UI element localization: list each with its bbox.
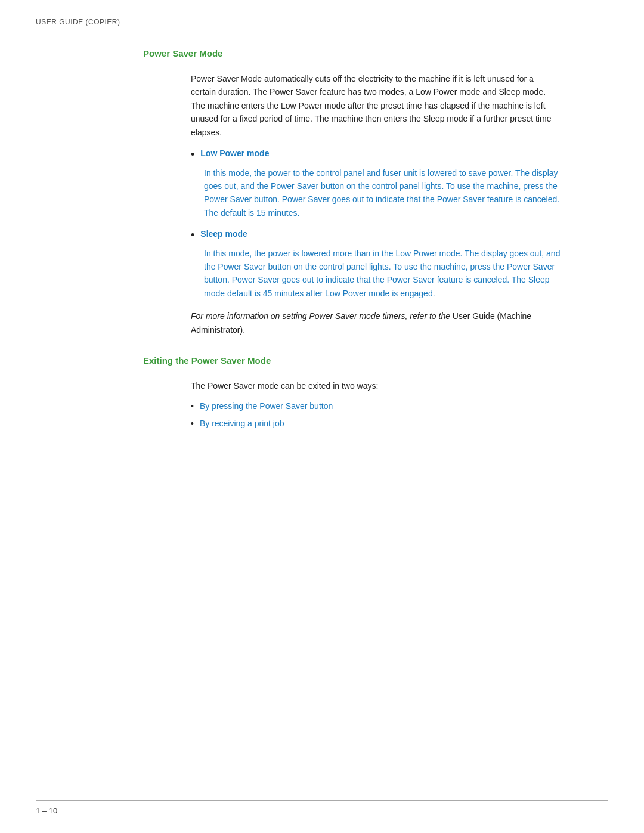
exit-bullet-text-2: By receiving a print job (200, 417, 284, 430)
italic-note: For more information on setting Power Sa… (191, 309, 561, 336)
exit-intro: The Power Saver mode can be exited in tw… (191, 379, 561, 392)
bullet-heading-low-power: • Low Power mode (191, 148, 561, 162)
section-title-exit: Exiting the Power Saver Mode (143, 355, 572, 368)
bullet-content-sleep: In this mode, the power is lowered more … (204, 247, 561, 301)
power-saver-intro: Power Saver Mode automatically cuts off … (191, 72, 561, 139)
bullet-label-sleep: Sleep mode (200, 229, 247, 239)
exit-bullet-dot-2: • (191, 417, 194, 430)
page-footer: 1 – 10 (36, 800, 608, 815)
section-exit-power-saver: Exiting the Power Saver Mode The Power S… (36, 355, 608, 430)
bullet-label-low-power: Low Power mode (200, 148, 269, 158)
italic-note-italic: For more information on setting Power Sa… (191, 311, 450, 321)
section-body-power-saver: Power Saver Mode automatically cuts off … (191, 72, 561, 336)
section-body-exit: The Power Saver mode can be exited in tw… (191, 379, 561, 430)
page-number: 1 – 10 (36, 806, 57, 815)
section-power-saver-mode: Power Saver Mode Power Saver Mode automa… (36, 48, 608, 336)
page-header: User Guide (Copier) (36, 18, 608, 30)
bullet-content-low-power: In this mode, the power to the control p… (204, 166, 561, 220)
bullet-low-power: • Low Power mode In this mode, the power… (191, 148, 561, 219)
exit-bullet-text-1: By pressing the Power Saver button (200, 400, 333, 413)
exit-bullet-2: • By receiving a print job (191, 417, 561, 430)
page-container: User Guide (Copier) Power Saver Mode Pow… (0, 0, 644, 833)
exit-bullet-dot-1: • (191, 400, 194, 413)
header-title: User Guide (Copier) (36, 18, 120, 26)
bullet-heading-sleep: • Sleep mode (191, 229, 561, 242)
bullet-sleep-mode: • Sleep mode In this mode, the power is … (191, 229, 561, 300)
bullet-dot-low-power: • (191, 148, 194, 162)
bullet-dot-sleep: • (191, 229, 194, 242)
exit-bullet-1: • By pressing the Power Saver button (191, 400, 561, 413)
section-title-power-saver: Power Saver Mode (143, 48, 572, 61)
